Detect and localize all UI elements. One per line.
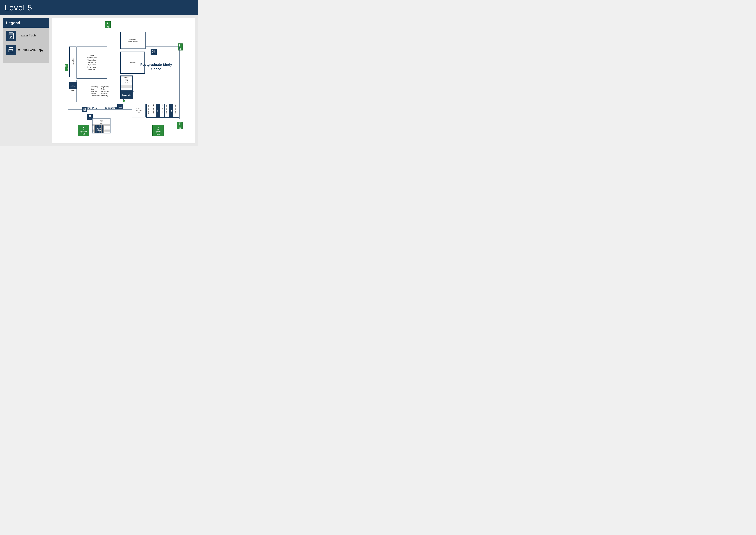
female-toilet-icon: [72, 84, 74, 87]
svg-rect-58: [89, 117, 91, 118]
emergency-refuge-text-2: EmergencyRefugePoint: [153, 131, 163, 135]
svg-point-73: [83, 127, 84, 127]
floorplan-container: FireExit FireExit: [52, 18, 195, 143]
male-toilet-icon: [70, 84, 72, 87]
emergency-refuge-text-1: EmergencyRefugePoint: [79, 131, 88, 135]
print-svg-bottom: [88, 115, 92, 119]
individual-study-label: Individualstudy spaces: [128, 38, 138, 43]
emergency-refuge-2: EmergencyRefugePoint: [152, 125, 164, 136]
wheelchair-toilet-icon: [74, 84, 76, 87]
svg-point-48: [75, 85, 75, 85]
svg-point-39: [154, 51, 155, 52]
svg-line-47: [73, 86, 73, 87]
fire-exit-icon-bottom-right: [178, 122, 181, 127]
water-cooler-legend-icon-box: [6, 31, 16, 41]
green-indicator-dot: [123, 100, 125, 102]
bibliography-label: BibliographyReference: [71, 58, 74, 66]
main-content: Legend: = Water Cooler: [0, 15, 198, 146]
bottom-right-boundary: [146, 117, 179, 118]
central-stairs-label: CentralstairsLevels2 - 11: [122, 76, 131, 84]
svg-rect-61: [119, 105, 121, 106]
individual-study-box: Individualstudy spaces: [121, 32, 146, 49]
svg-line-70: [171, 111, 171, 112]
svg-point-77: [158, 127, 159, 127]
subjects-col1: AstronomyBotanyAnatomyZoologyGen Science: [91, 85, 100, 97]
print-icon-bottom-left[interactable]: [87, 114, 93, 120]
print-scan-copy-icon: [7, 46, 15, 54]
right-boundary: [179, 46, 179, 119]
assistive-tech-room: AssistiveTechnologyRoom: [132, 104, 146, 117]
svg-rect-41: [71, 85, 71, 86]
svg-point-64: [158, 110, 158, 110]
fire-exit-top: FireExit: [105, 21, 111, 28]
svg-rect-37: [152, 50, 155, 51]
svg-rect-38: [152, 52, 155, 53]
fire-exit-icon-top: [106, 21, 110, 26]
svg-rect-22: [65, 65, 66, 66]
legend-print-scan-copy: = Print, Scan, Copy: [6, 45, 46, 55]
svg-point-59: [91, 117, 91, 117]
svg-line-43: [71, 86, 71, 87]
group-rooms-container: Group Study room A Group Study room B Gr…: [146, 104, 178, 117]
legend-title: Legend:: [6, 20, 21, 25]
legend-items: = Water Cooler = Print, Scan, Copy: [3, 28, 49, 63]
toilets-label: Toilets: [69, 90, 77, 91]
assistive-tech-label: AssistiveTechnologyRoom: [136, 108, 142, 113]
group-room-a: Group Study room A: [147, 104, 151, 117]
postgrad-study-label: Postgraduate Study Space: [139, 63, 174, 71]
group-room-b: Group Study room B: [151, 104, 156, 117]
fire-exit-icon-right: [178, 43, 181, 48]
central-stairs-box: CentralstairsLevels2 - 11: [121, 75, 133, 91]
print-icon-central[interactable]: [117, 104, 123, 109]
svg-rect-57: [89, 115, 91, 117]
print-svg-postgrad: [151, 50, 156, 54]
water-cooler-icon: [7, 32, 15, 40]
fire-exit-bottom-right: FireExit: [177, 122, 182, 129]
svg-point-40: [71, 85, 71, 85]
group-room-e: Group Study room E: [174, 104, 178, 117]
svg-point-51: [75, 86, 75, 87]
svg-rect-1: [9, 33, 13, 35]
svg-point-68: [171, 110, 172, 110]
student-pcs-right-label: Student PCs: [104, 107, 118, 109]
svg-marker-45: [72, 85, 73, 86]
svg-point-7: [12, 50, 13, 50]
svg-point-63: [121, 106, 122, 107]
central-lifts-box[interactable]: Central Lifts: [121, 91, 133, 99]
svg-rect-62: [119, 107, 121, 108]
group-room-c: Group Study room C: [160, 104, 165, 117]
print-legend-icon-box: [6, 45, 16, 55]
toilets-icon-group-rooms: [156, 104, 160, 117]
svg-rect-16: [179, 44, 180, 45]
central-lifts-label: Central Lifts: [122, 94, 131, 96]
main-lifts-label: MainLifts: [94, 126, 104, 133]
print-svg-central: [118, 105, 122, 109]
top-right-boundary: [146, 46, 179, 47]
fire-exit-text-bottom-right: FireExit: [179, 127, 181, 129]
svg-rect-69: [171, 110, 172, 111]
main-lifts-box: MainLifts: [94, 125, 104, 133]
biology-room: BiologyBiochemistryMicrobiologyPhysiolog…: [76, 46, 107, 78]
student-pcs-left-label: Student PCs: [82, 107, 97, 109]
svg-point-44: [73, 85, 73, 85]
emergency-refuge-icon-1: [81, 126, 86, 131]
water-cooler-label: = Water Cooler: [18, 34, 38, 37]
svg-point-55: [84, 110, 85, 111]
emergency-refuge-1: EmergencyRefugePoint: [78, 125, 89, 136]
print-icon-postgrad[interactable]: [150, 49, 157, 55]
bibliography-reference-box: BibliographyReference: [69, 46, 76, 77]
subjects-col2: EngineeringMathsComputingAbstractsChemis…: [101, 85, 109, 97]
page-title: Level 5: [5, 3, 32, 12]
toilets-icon: [69, 82, 77, 89]
legend-panel: Legend: = Water Cooler: [3, 18, 49, 143]
toilets-icon-group-rooms-2: [169, 104, 174, 117]
group-room-d: Group Study room D: [165, 104, 169, 117]
legend-water-cooler: = Water Cooler: [6, 31, 46, 41]
page-header: Level 5: [0, 0, 198, 15]
fire-exit-text-top: FireExit: [107, 26, 109, 28]
biology-label: BiologyBiochemistryMicrobiologyPhysiolog…: [87, 54, 96, 71]
legend-header: Legend:: [3, 18, 49, 28]
physics-label: Physics: [130, 62, 135, 64]
svg-rect-9: [107, 22, 108, 23]
print-scan-copy-label: = Print, Scan, Copy: [18, 48, 43, 52]
